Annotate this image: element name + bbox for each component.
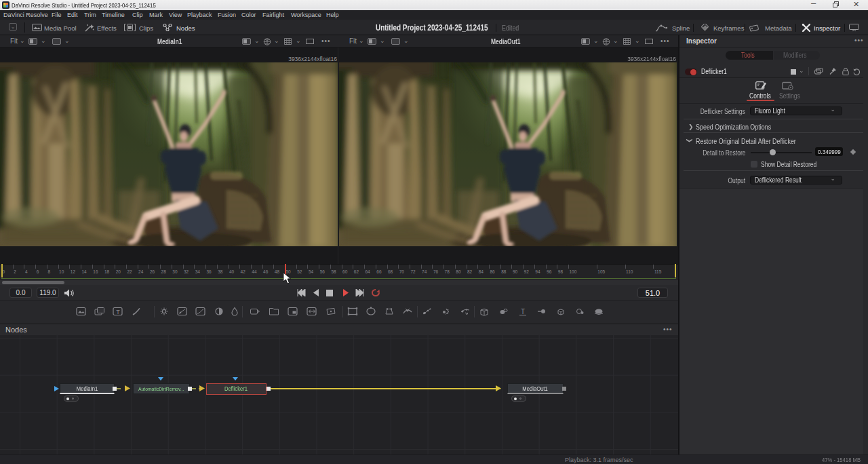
- svg-text:T: T: [521, 308, 525, 315]
- svg-text:T: T: [116, 309, 120, 315]
